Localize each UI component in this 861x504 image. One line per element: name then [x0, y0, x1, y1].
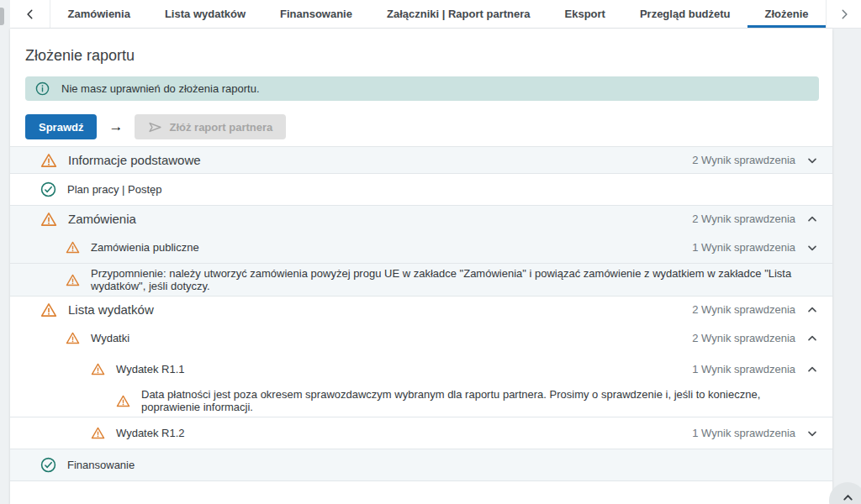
scroll-to-top-button[interactable] [829, 482, 861, 504]
warning-triangle-icon [91, 362, 105, 376]
section-finansowanie: Finansowanie [10, 449, 832, 481]
send-icon [148, 120, 162, 134]
section-label: Finansowanie [56, 459, 819, 471]
result-count: 1 Wynik sprawdzenia [692, 363, 795, 375]
arrow-right-icon: → [108, 118, 123, 135]
check-circle-icon [40, 457, 56, 473]
chevron-down-icon[interactable] [806, 241, 819, 255]
tab-przeglad-budzetu[interactable]: Przegląd budżetu [622, 0, 747, 28]
warning-triangle-icon [66, 331, 80, 345]
submit-report-button[interactable]: Złóż raport partnera [135, 114, 286, 139]
warning-triangle-icon [66, 273, 80, 287]
subsection-zamowienia-publiczne[interactable]: Zamówienia publiczne 1 Wynik sprawdzenia [10, 232, 832, 263]
warning-message-text: Data płatności jest poza okresem sprawoz… [130, 388, 819, 413]
chevron-left-icon [24, 8, 36, 20]
section-lista-wydatkow: Lista wydatków 2 Wynik sprawdzenia Wydat… [10, 296, 832, 449]
subsection-wydatki[interactable]: Wydatki 2 Wynik sprawdzenia [10, 323, 832, 354]
section-header-row[interactable]: Informacje podstawowe 2 Wynik sprawdzeni… [10, 147, 832, 173]
section-header-row[interactable]: Finansowanie [10, 449, 832, 480]
chevron-up-icon[interactable] [806, 332, 819, 345]
warning-triangle-icon [91, 426, 105, 440]
chevron-right-icon [838, 8, 850, 20]
chevron-down-icon[interactable] [806, 427, 819, 440]
tabs-scroll-left-button[interactable] [10, 0, 50, 28]
tab-lista-wydatkow[interactable]: Lista wydatków [147, 0, 262, 28]
item-wydatek-r1-1[interactable]: Wydatek R1.1 1 Wynik sprawdzenia [10, 354, 832, 385]
section-header-row[interactable]: Plan pracy | Postęp [10, 174, 832, 205]
section-header-row[interactable]: Lista wydatków 2 Wynik sprawdzenia [10, 297, 832, 323]
tab-finansowanie[interactable]: Finansowanie [263, 0, 370, 28]
item-wydatek-r1-2[interactable]: Wydatek R1.2 1 Wynik sprawdzenia [10, 417, 832, 449]
section-label: Zamówienia [57, 212, 692, 226]
submit-report-label: Złóż raport partnera [169, 121, 272, 134]
result-count: 1 Wynik sprawdzenia [692, 427, 795, 439]
tab-zlozenie[interactable]: Złożenie [747, 0, 826, 28]
subsection-label: Wydatki [80, 332, 692, 344]
section-header-row[interactable]: Zamówienia 2 Wynik sprawdzenia [10, 206, 832, 232]
section-plan-pracy-postep: Plan pracy | Postęp [10, 173, 832, 205]
no-permission-banner: Nie masz uprawnień do złożenia raportu. [25, 76, 819, 101]
chevron-up-icon[interactable] [806, 213, 819, 226]
check-circle-icon [40, 181, 56, 197]
section-zamowienia: Zamówienia 2 Wynik sprawdzenia Zamówieni… [10, 205, 832, 296]
warning-triangle-icon [66, 240, 80, 255]
pre-submission-checklist: Informacje podstawowe 2 Wynik sprawdzeni… [10, 146, 832, 481]
tabs-scroll-right-button[interactable] [826, 0, 861, 28]
submission-panel: Złożenie raportu Nie masz uprawnień do z… [10, 29, 832, 504]
page-title: Złożenie raportu [25, 47, 817, 65]
warning-triangle-icon [116, 394, 130, 408]
tab-zalaczniki-raport-partnera[interactable]: Załączniki | Raport partnera [369, 0, 547, 28]
banner-text: Nie masz uprawnień do złożenia raportu. [61, 82, 260, 95]
result-count: 2 Wynik sprawdzenia [692, 213, 795, 225]
result-count: 2 Wynik sprawdzenia [692, 303, 795, 316]
chevron-up-icon[interactable] [806, 303, 819, 317]
subsection-label: Zamówienia publiczne [80, 241, 692, 254]
result-count: 2 Wynik sprawdzenia [692, 154, 795, 166]
chevron-up-icon [841, 491, 855, 504]
warning-message-row: Data płatności jest poza okresem sprawoz… [10, 385, 832, 417]
warning-message-row: Przypomnienie: należy utworzyć zamówieni… [10, 264, 832, 296]
actions-row: Sprawdź → Złóż raport partnera [25, 114, 817, 139]
result-count: 1 Wynik sprawdzenia [692, 241, 795, 254]
section-label: Plan pracy | Postęp [56, 183, 819, 196]
result-count: 2 Wynik sprawdzenia [692, 332, 795, 344]
check-report-button[interactable]: Sprawdź [25, 114, 97, 139]
item-label: Wydatek R1.2 [105, 427, 692, 439]
tab-zamowienia[interactable]: Zamówienia [50, 0, 147, 28]
chevron-up-icon[interactable] [806, 363, 819, 376]
tab-list: Zamówienia Lista wydatków Finansowanie Z… [50, 0, 826, 28]
chevron-down-icon[interactable] [806, 154, 819, 167]
tab-eksport[interactable]: Eksport [547, 0, 622, 28]
warning-triangle-icon [40, 152, 57, 169]
warning-message-text: Przypomnienie: należy utworzyć zamówieni… [80, 267, 819, 292]
item-label: Wydatek R1.1 [105, 363, 692, 375]
warning-triangle-icon [40, 211, 57, 228]
section-informacje-podstawowe: Informacje podstawowe 2 Wynik sprawdzeni… [10, 146, 832, 173]
section-label: Informacje podstawowe [57, 153, 692, 167]
report-tab-bar: Zamówienia Lista wydatków Finansowanie Z… [10, 0, 861, 29]
clipped-side-element [0, 8, 4, 25]
info-circle-icon [35, 81, 50, 96]
warning-triangle-icon [40, 302, 57, 318]
section-label: Lista wydatków [57, 302, 692, 317]
